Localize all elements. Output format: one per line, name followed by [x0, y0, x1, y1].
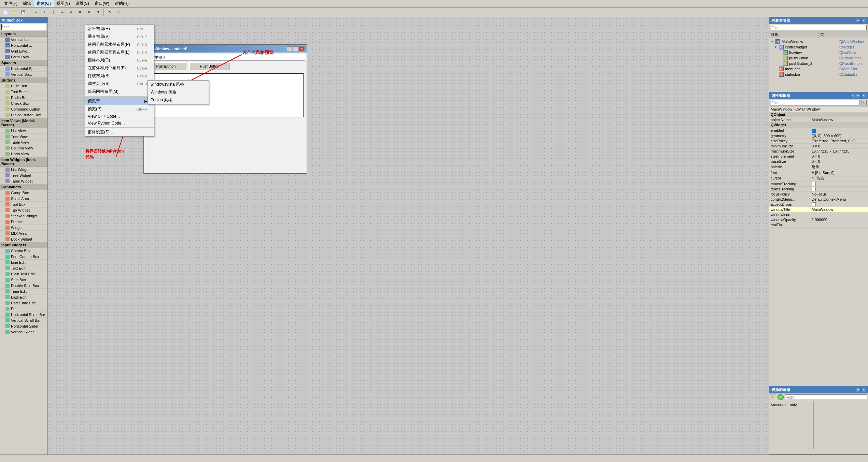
mousetracking-check[interactable]: [812, 182, 816, 186]
widget-double-spin-box[interactable]: Double Spin Box: [0, 283, 47, 289]
menu-item-splitter-v[interactable]: 使用分割器垂直布局(L) Ctrl+4: [85, 48, 154, 56]
prop-editor-close-btn[interactable]: ✕: [861, 94, 866, 98]
widget-dial[interactable]: Dial: [0, 306, 47, 312]
prop-row-cursor[interactable]: cursor ↖ 箭头: [769, 175, 868, 181]
widget-datetime-edit[interactable]: Date/Time Edit: [0, 300, 47, 306]
submenu-fusion[interactable]: Fusion 风格: [148, 96, 209, 104]
toolbar-connect[interactable]: 🔗: [115, 9, 123, 16]
tree-row-centralwidget[interactable]: ▼ W centralwidget QWidget: [770, 44, 867, 50]
submenu-windowsvista[interactable]: windowsvista 风格: [148, 81, 209, 88]
widget-v-scrollbar[interactable]: Vertical Scroll Bar: [0, 318, 47, 323]
widget-dock-widget[interactable]: Dock Widget: [0, 236, 47, 242]
widget-combo-box[interactable]: Combo Box: [0, 248, 47, 254]
menu-item-break-layout[interactable]: 打破布局(B) Ctrl+0: [85, 72, 154, 80]
tree-row-statusbar[interactable]: S statusbar QStatusBar: [770, 72, 867, 77]
prop-row-tooltip[interactable]: toolTip: [769, 222, 868, 227]
widget-push-button[interactable]: Push Butt...: [0, 83, 47, 89]
object-filter-input[interactable]: [771, 25, 867, 30]
widget-undo-view[interactable]: Undo View: [0, 151, 47, 157]
widget-list-widget[interactable]: List Widget: [0, 167, 47, 173]
tree-row-mainwindow[interactable]: ▼ M MainWindow QMainWindow: [770, 39, 867, 44]
menu-item-view-python[interactable]: View Python Code...: [85, 120, 154, 127]
prop-row-maxsize[interactable]: maximumSize 16777215 × 16777215: [769, 148, 868, 154]
widget-line-edit[interactable]: Line Edit: [0, 260, 47, 265]
toolbar-layout-v[interactable]: ⇕: [40, 9, 48, 16]
widget-tab-widget[interactable]: Tab Widget: [0, 207, 47, 213]
toolbar-layout-grid[interactable]: #: [67, 9, 75, 16]
menu-form[interactable]: 窗体(O): [34, 0, 53, 7]
main-window-widget[interactable]: MainWindow - untitled* _ □ ✕ 在这里输入 PushB…: [143, 44, 307, 174]
acceptdrops-check[interactable]: [812, 202, 816, 206]
menu-item-simple-grid[interactable]: 简易网格布局(M): [85, 88, 154, 96]
widget-scroll-area[interactable]: Scroll Area: [0, 196, 47, 202]
resource-filter-input[interactable]: [785, 394, 867, 400]
widget-frame[interactable]: Frame: [0, 219, 47, 225]
prop-row-mousetracking[interactable]: mouseTracking: [769, 181, 868, 186]
resource-float-btn[interactable]: ▼: [856, 388, 860, 392]
prop-row-windowicon[interactable]: windowIcon: [769, 212, 868, 217]
resource-close-btn[interactable]: ✕: [861, 388, 866, 392]
toolbar-adjust-size[interactable]: ⊞: [94, 9, 102, 16]
prop-row-focuspolicy[interactable]: focusPolicy NoFocus: [769, 191, 868, 197]
obj-inspector-float-btn[interactable]: ▼: [856, 19, 860, 23]
widget-column-view[interactable]: Column View: [0, 145, 47, 151]
widget-dialog-button-box[interactable]: Dialog Button Box: [0, 112, 47, 118]
menu-item-form-layout[interactable]: 在窗体布局中布局(F) Ctrl+6: [85, 64, 154, 72]
tree-row-listview[interactable]: L listView QListView: [770, 50, 867, 55]
toolbar-pointer[interactable]: ↖: [106, 9, 114, 16]
menu-item-grid-layout[interactable]: 栅格布局(G) Ctrl+5: [85, 56, 154, 64]
prop-row-objectname[interactable]: objectName MainWindow: [769, 117, 868, 122]
tree-row-pushbutton1[interactable]: P pushButton QPushButton: [770, 55, 867, 61]
menu-item-splitter-h[interactable]: 使用分割器水平布局(P) Ctrl+3: [85, 41, 154, 48]
widget-group-box[interactable]: Group Box: [0, 190, 47, 196]
menu-help[interactable]: 帮助(H): [112, 0, 131, 7]
toolbar-layout-h[interactable]: ⇔: [31, 9, 40, 16]
prop-filter-clear[interactable]: ✕: [861, 100, 867, 105]
prop-row-windowopacity[interactable]: windowOpacity 1.000000: [769, 217, 868, 222]
menu-item-v-layout[interactable]: 垂直布局(V) Ctrl+2: [85, 33, 154, 41]
widget-h-slider[interactable]: Horizontal Slider: [0, 323, 47, 329]
widget-horizontal-layout[interactable]: Horizontal ...: [0, 43, 47, 48]
widget-h-scrollbar[interactable]: Horizontal Scroll Bar: [0, 312, 47, 318]
menu-item-preview[interactable]: 预览(P)... Ctrl+R: [85, 105, 154, 113]
widget-check-box[interactable]: Check Box: [0, 101, 47, 106]
prop-row-basesize[interactable]: baseSize 0 × 0: [769, 159, 868, 164]
toolbar-open[interactable]: 📂: [10, 9, 18, 16]
menu-item-h-layout[interactable]: 水平布局(H) Ctrl+1: [85, 25, 154, 33]
widget-vertical-layout[interactable]: Vertical La...: [0, 37, 47, 43]
tree-row-menubar[interactable]: M menubar QMenuBar: [770, 66, 867, 72]
widget-command-button[interactable]: Command Button: [0, 106, 47, 112]
prop-editor-float-btn[interactable]: ▼: [856, 94, 860, 98]
widget-text-edit[interactable]: Text Edit: [0, 265, 47, 271]
widget-date-edit[interactable]: Date Edit: [0, 294, 47, 300]
prop-row-font[interactable]: font A [SimSun, 9]: [769, 170, 868, 175]
obj-inspector-close-btn[interactable]: ✕: [861, 19, 866, 23]
prop-row-enabled[interactable]: enabled ✓: [769, 128, 868, 133]
win-maximize-btn[interactable]: □: [293, 46, 298, 51]
widget-table-view[interactable]: Table View: [0, 140, 47, 145]
prop-row-tablettracking[interactable]: tabletTracking: [769, 186, 868, 191]
tree-row-pushbutton2[interactable]: P pushButton_2 QPushButton: [770, 61, 867, 66]
toolbar-new[interactable]: 📄: [1, 9, 10, 16]
widget-tool-box[interactable]: Tool Box: [0, 202, 47, 207]
widget-time-edit[interactable]: Time Edit: [0, 289, 47, 294]
prop-row-windowtitle[interactable]: windowTitle MainWindow: [769, 207, 868, 212]
resource-edit-btn[interactable]: ✏️: [770, 394, 776, 400]
prop-row-geometry[interactable]: geometry [(0, 0), 800 × 600]: [769, 133, 868, 138]
widget-grid-layout[interactable]: Grid Layo...: [0, 48, 47, 54]
prop-row-acceptdrops[interactable]: acceptDrops: [769, 202, 868, 207]
win-close-btn[interactable]: ✕: [299, 46, 305, 51]
prop-row-minsize[interactable]: minimumSize 0 × 0: [769, 143, 868, 148]
widget-form-layout[interactable]: Form Layo...: [0, 54, 47, 60]
menu-file[interactable]: 文件(F): [1, 0, 20, 7]
widget-list-view[interactable]: List View: [0, 128, 47, 134]
enabled-checkbox[interactable]: ✓: [812, 129, 816, 133]
widget-table-widget[interactable]: Table Widget: [0, 178, 47, 184]
menu-edit[interactable]: 编辑: [20, 0, 34, 7]
toolbar-layout-form[interactable]: ▦: [76, 9, 84, 16]
widget-tree-view[interactable]: Tree View: [0, 134, 47, 140]
menu-item-form-settings[interactable]: 窗体设置(S)...: [85, 128, 154, 136]
prop-row-contextmenu[interactable]: contextMenu... DefaultContextMenu: [769, 197, 868, 202]
widget-spin-box[interactable]: Spin Box: [0, 277, 47, 283]
prop-row-sizepolicy[interactable]: sizePolicy [Preferred, Preferred, 0, 0]: [769, 138, 868, 143]
